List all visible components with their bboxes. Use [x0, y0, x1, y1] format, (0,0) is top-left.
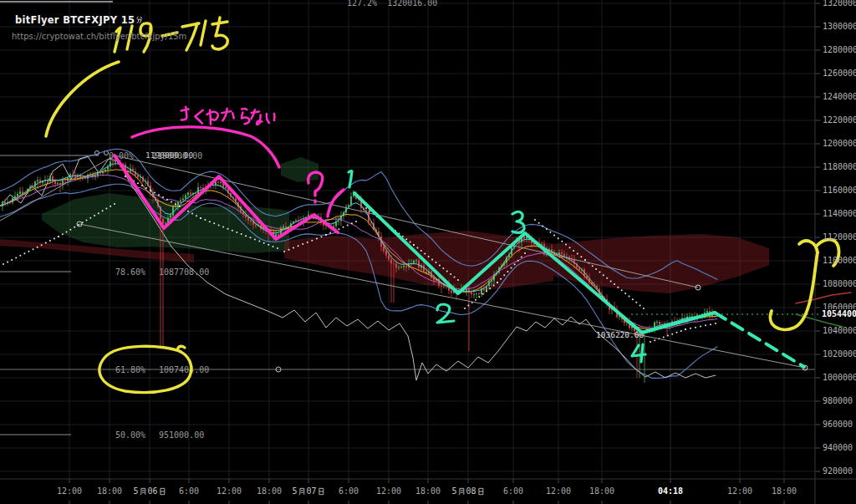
price-tick-label: 1140000 — [823, 209, 856, 219]
price-tick-label: 940000 — [823, 443, 853, 453]
price-tick-label: 980000 — [823, 396, 853, 406]
price-chart-plot[interactable]: 0.00%1190000.001190000.0078.60%1087708.0… — [0, 0, 856, 504]
time-tick-label: 04:18 — [658, 486, 683, 496]
price-tick-label: 1240000 — [823, 92, 856, 102]
handwritten-kana — [195, 109, 203, 123]
price-tick-label: 1320000 — [823, 0, 856, 8]
handwritten-kana — [206, 109, 218, 125]
kanji-glyph-月 — [139, 486, 146, 496]
kanji-glyph-分 — [135, 15, 143, 25]
time-tick-label: 18:00 — [589, 486, 614, 496]
chart-window: 0.00%1190000.001190000.0078.60%1087708.0… — [0, 0, 856, 504]
price-tick-label: 920000 — [823, 466, 853, 476]
price-tick-label: 1040000 — [823, 326, 856, 336]
time-tick-label: 6:00 — [179, 486, 199, 496]
time-tick-label: 507 — [292, 486, 324, 496]
price-tick-label: 1120000 — [823, 232, 856, 242]
price-flag: 1036220.00 — [596, 330, 644, 339]
time-tick-label: 12:00 — [57, 486, 82, 496]
handwritten-kana — [267, 114, 275, 123]
price-tick-label: 1180000 — [823, 162, 856, 172]
handwritten-kana — [180, 107, 190, 120]
fib-value: 1087708.00 — [159, 267, 209, 277]
time-tick-label: 12:00 — [546, 486, 571, 496]
kanji-glyph-日 — [477, 486, 485, 496]
chart-url: https://cryptowat.ch/bitflyer/btcfxjpy/1… — [12, 32, 186, 41]
price-tick-label: 1260000 — [823, 69, 856, 79]
time-tick-label: 18:00 — [257, 486, 282, 496]
fib-label-127: 127.2% 1320016.00 — [347, 0, 437, 8]
fib-value: 1007404.00 — [159, 365, 209, 374]
fib-pct: 78.60% — [115, 267, 145, 277]
time-tick-label: 12:00 — [376, 486, 401, 496]
price-tick-label: 1280000 — [823, 45, 856, 55]
time-tick-label: 6:00 — [503, 486, 523, 496]
price-tick-label: 1220000 — [823, 115, 856, 125]
fib-value: 951000.00 — [159, 430, 204, 440]
time-tick-label: 18:00 — [415, 486, 441, 496]
kanji-glyph-日 — [159, 486, 166, 496]
kanji-glyph-月 — [298, 486, 305, 496]
price-tick-label: 1000000 — [823, 373, 856, 383]
time-tick-label: 508 — [451, 486, 484, 496]
handwritten-kana — [221, 108, 234, 121]
time-tick-label: 18:00 — [97, 486, 122, 496]
chart-title: bitFlyer BTCFXJPY 15 — [15, 14, 143, 26]
session-low-label: 1036220.00 — [596, 330, 644, 339]
fib-pct: 50.00% — [115, 430, 145, 440]
handwritten-kana — [251, 109, 262, 125]
price-tick-label: 1200000 — [823, 139, 856, 149]
time-tick-label: 506 — [133, 486, 166, 496]
fib-pct: 61.80% — [115, 365, 145, 374]
time-tick-label: 18:00 — [772, 486, 797, 496]
price-tick-label: 1020000 — [823, 349, 856, 359]
time-tick-label: 12:00 — [727, 486, 752, 496]
price-tick-label: 1160000 — [823, 186, 856, 196]
time-tick-label: 6:00 — [339, 486, 359, 496]
price-tick-label: 1300000 — [823, 22, 856, 32]
price-tick-label: 1100000 — [823, 256, 856, 266]
current-price-label: 1054400.00 — [820, 309, 856, 319]
handwritten-kana — [241, 109, 249, 125]
trendlines — [0, 2, 808, 370]
price-tick-label: 960000 — [823, 420, 853, 430]
price-tick-label: 1080000 — [823, 279, 856, 289]
fib-value-overlap: 1190000.00 — [145, 150, 193, 160]
time-tick-label: 12:00 — [217, 486, 242, 496]
kanji-glyph-日 — [318, 486, 325, 496]
kanji-glyph-月 — [457, 486, 465, 496]
